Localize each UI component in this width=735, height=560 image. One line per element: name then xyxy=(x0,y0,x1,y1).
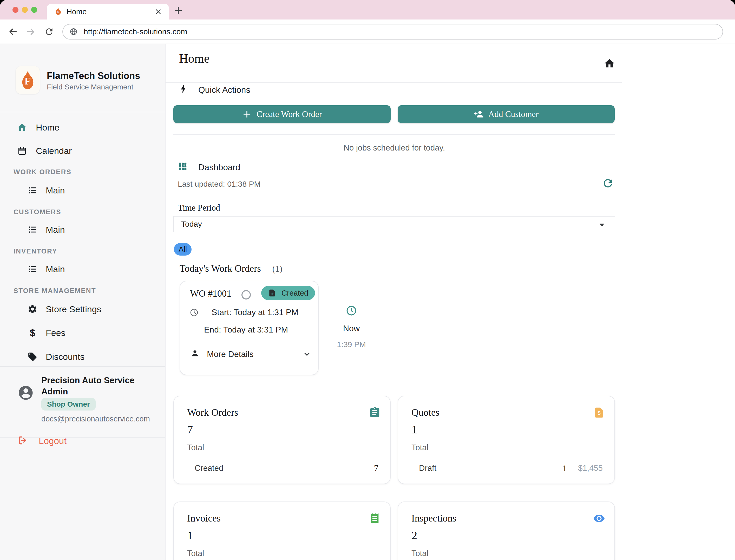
sidebar-item-discounts[interactable]: Discounts xyxy=(27,349,85,364)
no-jobs-message: No jobs scheduled for today. xyxy=(166,143,623,153)
sidebar-item-label: Main xyxy=(46,185,65,196)
bolt-icon xyxy=(178,83,189,94)
refresh-icon[interactable] xyxy=(602,177,614,190)
forward-icon[interactable] xyxy=(26,27,36,37)
header-home-icon[interactable] xyxy=(603,57,615,69)
stat-card-total-label: Total xyxy=(187,443,204,452)
divider xyxy=(0,112,165,112)
window-close-button[interactable] xyxy=(12,7,18,13)
stat-row-label: Draft xyxy=(419,464,562,473)
work-order-start-time: Start: Today at 1:31 PM xyxy=(212,308,299,317)
reload-icon[interactable] xyxy=(44,27,54,37)
now-clock-icon xyxy=(346,305,357,316)
time-period-select[interactable]: Today xyxy=(173,216,615,232)
now-time: 1:39 PM xyxy=(337,340,366,349)
sidebar-item-calendar[interactable]: Calendar xyxy=(17,144,72,158)
brand-logo: F xyxy=(16,66,40,94)
section-header-inventory: INVENTORY xyxy=(14,247,57,255)
stat-card-title: Quotes xyxy=(411,407,439,418)
stat-row: Draft 1 $1,455 xyxy=(419,463,603,473)
time-period-label: Time Period xyxy=(178,203,220,213)
work-order-select-circle[interactable] xyxy=(242,290,251,299)
receipt-icon xyxy=(369,512,381,524)
stat-card-inspections: Inspections 2 Total xyxy=(397,502,615,560)
stat-card-count: 1 xyxy=(187,529,193,542)
browser-tab[interactable]: F Home xyxy=(47,4,169,19)
quick-actions-heading: Quick Actions xyxy=(198,85,250,95)
person-add-icon xyxy=(474,109,484,119)
tag-icon xyxy=(27,351,38,362)
user-avatar[interactable] xyxy=(17,385,34,401)
dollar-icon: $ xyxy=(27,327,38,338)
sidebar: F FlameTech Solutions Field Service Mana… xyxy=(0,44,166,560)
sidebar-item-home[interactable]: Home xyxy=(17,120,60,135)
sidebar-item-inventory-main[interactable]: Main xyxy=(27,262,65,276)
new-tab-button[interactable] xyxy=(173,5,184,16)
url-text: http://flametech-solutions.com xyxy=(84,27,187,36)
todays-work-orders-heading: Today's Work Orders(1) xyxy=(180,263,282,274)
sidebar-item-customers-main[interactable]: Main xyxy=(27,222,65,237)
add-customer-button[interactable]: Add Customer xyxy=(397,105,615,123)
divider xyxy=(0,366,165,367)
stat-card-title: Inspections xyxy=(411,512,456,524)
logout-icon xyxy=(17,435,28,447)
window-maximize-button[interactable] xyxy=(31,7,37,13)
sidebar-item-label: Fees xyxy=(46,328,66,338)
sidebar-item-work-orders-main[interactable]: Main xyxy=(27,183,65,198)
now-label: Now xyxy=(343,324,360,333)
globe-icon xyxy=(69,27,78,36)
list-icon xyxy=(27,224,38,235)
work-order-card[interactable]: WO #1001 Created Start: Today at 1:31 PM… xyxy=(180,281,319,375)
brand-tagline: Field Service Management xyxy=(47,83,133,91)
logout-button[interactable]: Logout xyxy=(17,435,67,447)
work-order-end-time: End: Today at 3:31 PM xyxy=(204,325,288,335)
back-icon[interactable] xyxy=(8,27,18,37)
sidebar-item-label: Store Settings xyxy=(46,304,101,314)
file-plus-icon xyxy=(268,289,276,297)
browser-window: F Home http://flametech-solutions.com xyxy=(0,0,735,560)
user-name: Precision Auto Service Admin xyxy=(41,375,153,397)
section-header-work-orders: WORK ORDERS xyxy=(14,168,72,176)
sidebar-item-store-settings[interactable]: Store Settings xyxy=(27,302,101,316)
user-role-badge: Shop Owner xyxy=(41,398,96,411)
stat-card-quotes: Quotes $ 1 Total Draft 1 $1,455 xyxy=(397,396,615,484)
stat-card-title: Work Orders xyxy=(187,407,238,418)
create-work-order-button[interactable]: Create Work Order xyxy=(173,105,390,123)
status-badge-label: Created xyxy=(282,289,308,297)
eye-icon xyxy=(593,512,605,524)
user-email: docs@precisionautoservice.com xyxy=(41,415,150,423)
gear-icon xyxy=(27,304,38,315)
brand-logo-letter: F xyxy=(16,75,40,87)
section-header-customers: CUSTOMERS xyxy=(14,208,61,216)
chevron-down-icon[interactable] xyxy=(303,350,311,358)
filter-all-pill[interactable]: All xyxy=(174,243,192,256)
create-work-order-label: Create Work Order xyxy=(257,109,322,119)
sidebar-item-fees[interactable]: $ Fees xyxy=(27,325,66,340)
add-customer-label: Add Customer xyxy=(488,109,538,119)
plus-icon xyxy=(242,109,252,119)
tab-close-icon[interactable] xyxy=(154,8,162,16)
sidebar-item-label: Calendar xyxy=(36,146,72,156)
dashboard-grid-icon xyxy=(178,161,188,171)
stat-row-value: 1 xyxy=(562,463,567,473)
url-bar[interactable]: http://flametech-solutions.com xyxy=(62,24,723,40)
home-icon xyxy=(17,122,28,133)
stat-row-value: 7 xyxy=(374,463,378,473)
last-updated-text: Last updated: 01:38 PM xyxy=(178,180,261,188)
calendar-icon xyxy=(17,145,28,156)
sidebar-item-label: Discounts xyxy=(46,352,85,362)
todays-work-orders-count: (1) xyxy=(272,264,282,274)
stat-card-title: Invoices xyxy=(187,512,221,524)
stat-card-count: 2 xyxy=(411,529,417,542)
sidebar-item-label: Main xyxy=(46,225,65,235)
list-icon xyxy=(27,264,38,275)
section-header-store-management: STORE MANAGEMENT xyxy=(14,287,96,295)
stat-row-label: Created xyxy=(195,464,374,473)
window-minimize-button[interactable] xyxy=(22,7,28,13)
work-order-id: WO #1001 xyxy=(190,288,231,299)
main-content: Home Quick Actions Create Work Order xyxy=(166,44,735,560)
quote-file-icon: $ xyxy=(593,407,605,419)
todays-work-orders-title: Today's Work Orders xyxy=(180,263,261,274)
flame-favicon-icon: F xyxy=(54,7,62,16)
more-details-button[interactable]: More Details xyxy=(207,349,254,359)
